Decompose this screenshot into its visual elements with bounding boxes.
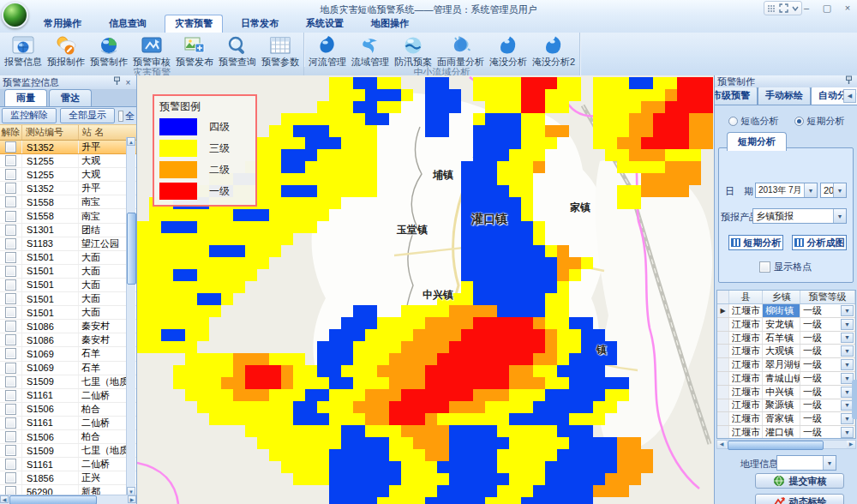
- menu-tab[interactable]: 地图操作: [362, 15, 418, 33]
- warning-level-cell[interactable]: 一级▼: [800, 412, 855, 425]
- release-checkbox[interactable]: [5, 183, 16, 194]
- ribbon-button-submerge[interactable]: 淹没分析: [487, 33, 530, 67]
- scroll-right-icon[interactable]: ▶: [128, 495, 136, 503]
- monitor-tab[interactable]: 雷达: [49, 89, 92, 106]
- station-row[interactable]: S1501大面: [0, 251, 136, 265]
- station-table-vscrollbar[interactable]: ▲ ▼: [126, 137, 135, 495]
- station-row[interactable]: S1069石羊: [0, 347, 136, 361]
- station-row[interactable]: S1509七里（地质灾: [0, 375, 136, 389]
- warning-level-cell[interactable]: 一级▼: [800, 332, 855, 345]
- collapsed-panel-handle[interactable]: [852, 380, 857, 419]
- tab-short-term-analysis[interactable]: 短期分析: [727, 132, 787, 151]
- station-row[interactable]: S1086秦安村: [0, 333, 136, 347]
- hour-picker[interactable]: 20 ▼: [820, 183, 847, 198]
- release-checkbox[interactable]: [5, 238, 16, 249]
- release-checkbox[interactable]: [5, 196, 16, 207]
- dropdown-arrow-icon[interactable]: ▼: [841, 333, 854, 344]
- submit-review-button[interactable]: 提交审核: [755, 473, 844, 489]
- column-county[interactable]: 县: [729, 291, 763, 303]
- warning-level-cell[interactable]: 一级▼: [800, 399, 855, 412]
- pin-icon[interactable]: [843, 75, 854, 87]
- station-row[interactable]: S1506柏合: [0, 403, 136, 417]
- column-release[interactable]: 解除: [0, 125, 22, 140]
- titlebar[interactable]: 地质灾害短临预警系统——管理员：系统管理员用户 – ▢ ×: [0, 0, 857, 17]
- app-orb-icon[interactable]: [2, 2, 28, 28]
- hscroll-thumb[interactable]: [728, 441, 824, 450]
- ribbon-button-warning-params[interactable]: 预警参数: [259, 33, 302, 67]
- ribbon-button-warning-publish[interactable]: 预警发布: [173, 33, 216, 67]
- quick-access-toolbar[interactable]: [764, 1, 802, 15]
- warning-panel-tab[interactable]: 市级预警: [715, 87, 758, 105]
- station-row[interactable]: S1856正兴: [0, 471, 136, 485]
- town-cell[interactable]: 翠月湖镇: [763, 358, 800, 371]
- release-checkbox[interactable]: [5, 293, 16, 304]
- release-checkbox[interactable]: [5, 417, 16, 429]
- release-checkbox[interactable]: [5, 431, 16, 442]
- release-checkbox[interactable]: [5, 279, 16, 291]
- column-station-name[interactable]: 站 名: [79, 125, 129, 140]
- ribbon-button-flood-plan[interactable]: 防汛预案: [392, 33, 434, 67]
- analysis-mode-radio[interactable]: 短临分析: [728, 115, 779, 128]
- dropdown-arrow-icon[interactable]: ▼: [841, 305, 854, 316]
- warning-level-cell[interactable]: 一级▼: [800, 372, 855, 385]
- release-checkbox[interactable]: [5, 445, 16, 456]
- station-row[interactable]: S1501大面: [0, 279, 136, 292]
- analysis-to-map-button[interactable]: 分析成图: [792, 235, 847, 250]
- column-warning-level[interactable]: 预警等级: [800, 291, 855, 303]
- menu-tab[interactable]: 系统设置: [297, 15, 353, 33]
- town-cell[interactable]: 胥家镇: [763, 412, 800, 425]
- close-icon[interactable]: ×: [123, 77, 134, 88]
- town-cell[interactable]: 大观镇: [763, 345, 800, 357]
- ribbon-button-alarm-info[interactable]: 报警信息: [2, 33, 45, 67]
- dropdown-arrow-icon[interactable]: ▼: [841, 319, 854, 330]
- town-cell[interactable]: 石羊镇: [763, 332, 800, 345]
- dots-grid-icon[interactable]: [767, 4, 776, 13]
- station-row[interactable]: S1352升平: [0, 182, 136, 195]
- town-row[interactable]: 江堰市翠月湖镇一级▼: [717, 358, 855, 372]
- warning-level-cell[interactable]: 一级▼: [800, 358, 855, 371]
- geo-info-select[interactable]: ▼: [776, 455, 836, 471]
- release-checkbox[interactable]: [5, 266, 16, 277]
- town-cell[interactable]: 安龙镇: [763, 318, 800, 331]
- station-row[interactable]: S1301团结: [0, 224, 136, 237]
- station-row[interactable]: S1501大面: [0, 292, 136, 306]
- dynamic-draw-button[interactable]: 动态标绘: [755, 494, 844, 504]
- station-row[interactable]: S1161二仙桥: [0, 458, 136, 471]
- town-row[interactable]: 江堰市石羊镇一级▼: [717, 332, 855, 345]
- scroll-left-icon[interactable]: ◀: [0, 495, 9, 503]
- hscroll-thumb[interactable]: [9, 495, 97, 504]
- short-term-analyze-button[interactable]: 短期分析: [728, 235, 783, 250]
- town-row[interactable]: 江堰市大观镇一级▼: [717, 345, 855, 358]
- release-checkbox[interactable]: [5, 321, 16, 332]
- scroll-right-icon[interactable]: ▶: [847, 441, 855, 448]
- release-checkbox[interactable]: [5, 211, 16, 222]
- column-station-id[interactable]: 测站编号: [22, 125, 79, 140]
- release-checkbox[interactable]: [5, 155, 16, 166]
- product-select[interactable]: 乡镇预报 ▼: [752, 208, 847, 224]
- dropdown-arrow-icon[interactable]: ▼: [833, 209, 846, 223]
- station-row[interactable]: S1183望江公园: [0, 237, 136, 251]
- station-row[interactable]: S1509七里（地质灾: [0, 444, 136, 458]
- warning-level-cell[interactable]: 一级▼: [800, 318, 855, 331]
- release-checkbox[interactable]: [5, 348, 16, 359]
- town-row[interactable]: 江堰市中兴镇一级▼: [717, 386, 855, 399]
- station-row[interactable]: S1161二仙桥: [0, 389, 136, 403]
- station-row[interactable]: S1069石羊: [0, 362, 136, 375]
- release-checkbox[interactable]: [5, 307, 16, 318]
- station-row[interactable]: S1506柏合: [0, 430, 136, 444]
- release-checkbox[interactable]: [5, 363, 16, 374]
- station-table-hscrollbar[interactable]: ◀ ▶: [0, 495, 136, 504]
- close-button[interactable]: ×: [842, 3, 854, 12]
- town-row[interactable]: 江堰市胥家镇一级▼: [717, 412, 855, 426]
- vscroll-thumb[interactable]: [127, 213, 136, 285]
- release-checkbox[interactable]: [5, 376, 16, 387]
- warning-panel-tab[interactable]: 手动标绘: [758, 87, 811, 105]
- ribbon-button-forecast-make[interactable]: 预报制作: [45, 33, 87, 67]
- release-checkbox[interactable]: [5, 169, 16, 180]
- scroll-up-icon[interactable]: ▲: [127, 137, 135, 146]
- station-row[interactable]: S1558南宝: [0, 195, 136, 209]
- tab-scroll-left-icon[interactable]: ◀: [843, 89, 856, 103]
- station-row[interactable]: S1086秦安村: [0, 320, 136, 333]
- ribbon-button-warning-make[interactable]: 预警制作: [87, 33, 130, 67]
- show-all-button[interactable]: 全部显示: [60, 108, 115, 123]
